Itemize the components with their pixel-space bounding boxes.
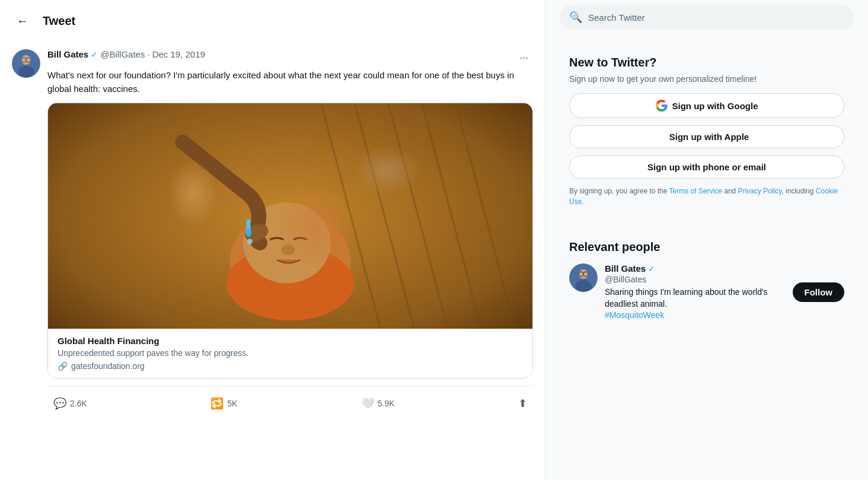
author-name: Bill Gates (47, 49, 88, 59)
person-hashtag[interactable]: #MosquitoWeek (605, 310, 664, 320)
terms-suffix: , including (781, 187, 815, 195)
avatar (12, 49, 40, 78)
share-icon: ⬆ (518, 397, 527, 410)
tweet-card-info: Global Health Financing Unprecedented su… (48, 329, 532, 378)
search-bar[interactable]: 🔍 (560, 5, 854, 30)
person-row: Bill Gates ✓ @BillGates Sharing things I… (569, 263, 844, 322)
follow-button[interactable]: Follow (793, 282, 845, 302)
tweet-meta: Bill Gates ✓ @BillGates · Dec 19, 2019 ·… (47, 49, 533, 66)
relevant-people-box: Relevant people Bill Gates ✓ @BillGates (560, 231, 854, 331)
tweet-header-row: ← Tweet (12, 9, 533, 33)
signup-apple-button[interactable]: Sign up with Apple (569, 125, 844, 148)
signup-google-label: Sign up with Google (672, 101, 758, 111)
person-name-row: Bill Gates ✓ (605, 263, 786, 274)
svg-point-2 (18, 66, 34, 78)
reply-count: 2.6K (70, 399, 87, 408)
relevant-people-title: Relevant people (569, 240, 844, 254)
tweet-actions: 💬 2.6K 🔁 5K 🤍 5.9K ⬆ (47, 386, 533, 414)
search-icon: 🔍 (569, 11, 582, 24)
tweet-date: Dec 19, 2019 (152, 49, 205, 59)
signup-apple-label: Sign up with Apple (669, 132, 749, 142)
tweet-card: Bill Gates ✓ @BillGates · Dec 19, 2019 ·… (12, 42, 533, 421)
person-bio-text: Sharing things I'm learning about the wo… (605, 287, 768, 309)
person-handle: @BillGates (605, 275, 786, 284)
signup-phone-button[interactable]: Sign up with phone or email (569, 155, 844, 179)
like-icon: 🤍 (361, 397, 374, 410)
signup-phone-label: Sign up with phone or email (647, 162, 766, 172)
page-title: Tweet (43, 14, 75, 28)
more-options-button[interactable]: ··· (515, 49, 533, 66)
terms-end: . (582, 198, 583, 206)
card-url: gatesfoundation.org (71, 361, 145, 371)
share-button[interactable]: ⬆ (512, 393, 533, 414)
signup-google-button[interactable]: Sign up with Google (569, 93, 844, 118)
author-handle: @BillGates (100, 49, 145, 59)
reply-icon: 💬 (53, 397, 66, 410)
verified-icon: ✓ (91, 50, 98, 59)
like-count: 5.9K (378, 399, 395, 408)
retweet-button[interactable]: 🔁 5K (205, 393, 243, 414)
left-panel: ← Tweet Bill Gates ✓ @BillGa (0, 0, 545, 480)
tweet-text: What's next for our foundation? I'm part… (47, 69, 533, 96)
tweet-image (48, 103, 532, 329)
retweet-count: 5K (227, 399, 237, 408)
back-button[interactable]: ← (12, 9, 33, 33)
like-button[interactable]: 🤍 5.9K (355, 393, 401, 414)
right-panel: 🔍 New to Twitter? Sign up now to get you… (545, 0, 868, 480)
reply-button[interactable]: 💬 2.6K (47, 393, 93, 414)
terms-text: By signing up, you agree to the Terms of… (569, 186, 844, 207)
person-info: Bill Gates ✓ @BillGates Sharing things I… (605, 263, 786, 322)
separator-dot: · (147, 49, 149, 59)
card-description: Unprecedented support paves the way for … (58, 348, 523, 358)
privacy-policy-link[interactable]: Privacy Policy (738, 187, 782, 195)
search-input[interactable] (588, 12, 844, 23)
person-bio: Sharing things I'm learning about the wo… (605, 287, 786, 322)
tweet-author-info: Bill Gates ✓ @BillGates · Dec 19, 2019 (47, 49, 205, 59)
svg-point-22 (575, 280, 592, 292)
card-title: Global Health Financing (58, 336, 523, 346)
new-to-twitter-box: New to Twitter? Sign up now to get your … (560, 44, 854, 219)
terms-and: and (722, 187, 738, 195)
card-link: 🔗 gatesfoundation.org (58, 361, 523, 371)
new-twitter-subtitle: Sign up now to get your own personalized… (569, 74, 844, 84)
person-avatar (569, 263, 598, 292)
terms-of-service-link[interactable]: Terms of Service (669, 187, 722, 195)
link-icon: 🔗 (58, 361, 68, 371)
retweet-icon: 🔁 (210, 397, 224, 410)
new-twitter-title: New to Twitter? (569, 56, 844, 69)
tweet-content: Bill Gates ✓ @BillGates · Dec 19, 2019 ·… (47, 49, 533, 414)
person-verified-icon: ✓ (648, 264, 655, 274)
google-icon (656, 100, 668, 112)
terms-prefix: By signing up, you agree to the (569, 187, 669, 195)
person-name: Bill Gates (605, 263, 646, 274)
tweet-image-card[interactable]: Global Health Financing Unprecedented su… (47, 103, 533, 379)
